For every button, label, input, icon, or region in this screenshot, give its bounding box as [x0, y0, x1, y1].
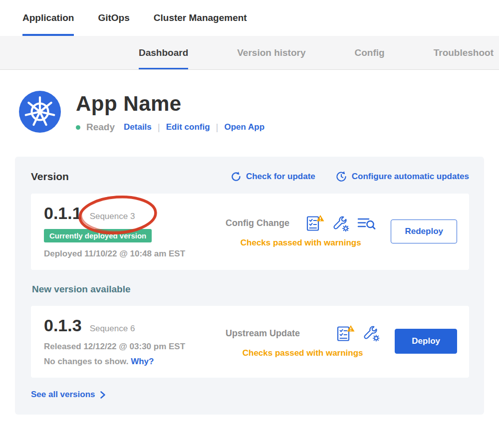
- chevron-right-icon: [100, 391, 106, 399]
- see-all-versions-link[interactable]: See all versions: [31, 390, 106, 400]
- available-version-card: 0.1.3 Sequence 6 Released 12/12/22 @ 03:…: [31, 306, 469, 378]
- version-panel-actions: Check for update Configure automatic upd…: [231, 171, 469, 183]
- version-panel-title: Version: [31, 171, 69, 183]
- checklist-warning-icon[interactable]: [306, 215, 324, 232]
- details-link[interactable]: Details: [124, 122, 152, 132]
- configure-auto-updates-link[interactable]: Configure automatic updates: [335, 171, 469, 183]
- tab-troubleshoot[interactable]: Troubleshoot: [434, 36, 494, 69]
- tab-dashboard[interactable]: Dashboard: [139, 36, 188, 69]
- available-checks-status: Checks passed with warnings: [226, 348, 380, 358]
- released-timestamp: Released 12/12/22 @ 03:30 pm EST: [44, 342, 209, 352]
- currently-deployed-badge: Currently deployed version: [44, 229, 152, 242]
- tab-config[interactable]: Config: [355, 36, 385, 69]
- kubernetes-logo-icon: [19, 91, 61, 133]
- status-label: Ready: [86, 122, 115, 133]
- check-for-update-link[interactable]: Check for update: [231, 171, 315, 183]
- link-divider: |: [216, 122, 219, 133]
- current-version-number: 0.1.1: [44, 204, 82, 223]
- primary-nav: Application GitOps Cluster Management: [0, 0, 499, 36]
- app-header: App Name Ready Details | Edit config | O…: [19, 91, 499, 133]
- deployed-timestamp: Deployed 11/10/22 @ 10:48 am EST: [44, 249, 209, 259]
- page-title: App Name: [76, 92, 264, 116]
- current-version-info: 0.1.1 Sequence 3 Currently deployed vers…: [44, 204, 209, 259]
- why-link[interactable]: Why?: [131, 357, 154, 366]
- current-version-action: Redeploy: [383, 204, 457, 259]
- deploy-button[interactable]: Deploy: [395, 329, 457, 354]
- checklist-warning-icon[interactable]: [336, 325, 355, 342]
- preflight-results-icon[interactable]: [357, 216, 376, 231]
- tab-version-history[interactable]: Version history: [237, 36, 305, 69]
- available-check-icons: [336, 325, 380, 342]
- edit-config-link[interactable]: Edit config: [166, 122, 210, 132]
- see-all-versions-label: See all versions: [31, 390, 95, 400]
- configure-auto-updates-label: Configure automatic updates: [352, 172, 469, 182]
- refresh-icon: [231, 171, 242, 182]
- available-version-info: 0.1.3 Sequence 6 Released 12/12/22 @ 03:…: [44, 316, 209, 367]
- version-panel: Version Check for update: [15, 157, 484, 415]
- check-for-update-label: Check for update: [246, 172, 315, 182]
- open-app-link[interactable]: Open App: [224, 122, 264, 132]
- available-sequence-label: Sequence 6: [90, 324, 135, 334]
- app-status-row: Ready Details | Edit config | Open App: [76, 122, 264, 133]
- current-check-icons: [306, 215, 376, 232]
- available-version-number: 0.1.3: [44, 316, 82, 335]
- available-version-action: Deploy: [387, 316, 457, 367]
- link-divider: |: [158, 122, 160, 133]
- current-checks-status: Checks passed with warnings: [226, 238, 376, 248]
- current-change-type: Config Change: [226, 218, 289, 228]
- available-change-type: Upstream Update: [226, 328, 300, 339]
- tab-application[interactable]: Application: [22, 0, 74, 36]
- tab-cluster-management[interactable]: Cluster Management: [154, 0, 247, 36]
- version-panel-header: Version Check for update: [31, 171, 469, 183]
- current-sequence-label: Sequence 3: [90, 212, 135, 222]
- config-tools-icon[interactable]: [363, 325, 380, 342]
- clock-refresh-icon: [335, 171, 347, 183]
- app-subnav: Dashboard Version history Config Trouble…: [0, 36, 499, 70]
- available-version-middle: Upstream Update: [209, 316, 387, 367]
- tab-gitops[interactable]: GitOps: [98, 0, 129, 36]
- current-version-middle: Config Change: [209, 204, 383, 259]
- no-changes-label: No changes to show.: [44, 357, 128, 366]
- current-version-card: 0.1.1 Sequence 3 Currently deployed vers…: [31, 194, 469, 270]
- redeploy-button[interactable]: Redeploy: [391, 220, 457, 243]
- status-dot-icon: [76, 125, 80, 130]
- config-tools-icon[interactable]: [332, 215, 349, 232]
- new-version-available-label: New version available: [32, 284, 469, 295]
